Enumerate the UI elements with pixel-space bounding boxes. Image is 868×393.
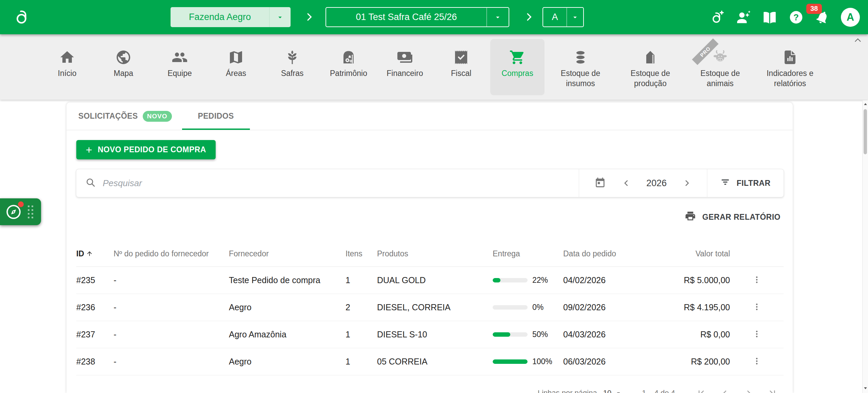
column-header-supplier-order[interactable]: Nº do pedido do fornecedor (114, 249, 229, 258)
row-actions-kebab-icon[interactable] (750, 355, 763, 369)
farm-selector-label: Fazenda Aegro (171, 7, 269, 27)
assistant-icon[interactable] (735, 9, 751, 25)
filter-icon (720, 177, 730, 189)
previous-page-button[interactable] (720, 388, 730, 393)
people-icon (172, 39, 188, 68)
column-header-supplier[interactable]: Fornecedor (229, 249, 346, 258)
plot-selector[interactable]: A (542, 7, 584, 27)
delivery-percent: 100% (532, 357, 552, 366)
cell-delivery: 22% (493, 276, 563, 285)
column-header-products[interactable]: Produtos (377, 249, 493, 258)
nav-item-indicadores[interactable]: Indicadores e relatórios (756, 39, 824, 95)
column-header-items[interactable]: Itens (346, 249, 377, 258)
aegro-add-icon[interactable] (709, 9, 725, 25)
previous-year-button[interactable] (622, 178, 631, 188)
search-box (76, 169, 579, 197)
calendar-icon[interactable] (594, 177, 606, 190)
tab-solicitacoes[interactable]: SOLICITAÇÕES NOVO (77, 102, 173, 130)
scrollbar-thumb[interactable] (864, 109, 867, 154)
cell-order-date: 09/02/2026 (563, 302, 651, 312)
chevron-down-icon[interactable] (487, 8, 509, 26)
row-actions-kebab-icon[interactable] (750, 300, 763, 314)
delivery-percent: 50% (532, 330, 548, 339)
generate-report-button[interactable]: GERAR RELATÓRIO (685, 210, 781, 224)
nav-item-estoque-producao[interactable]: Estoque de produção (616, 39, 684, 95)
harvest-selector[interactable]: 01 Test Safra Café 25/26 (326, 7, 509, 27)
delivery-progress-bar (493, 332, 528, 337)
cell-items: 1 (346, 357, 377, 367)
collapse-nav-chevron-icon[interactable] (853, 36, 863, 45)
compass-icon[interactable] (5, 204, 22, 220)
delivery-percent: 0% (532, 303, 544, 312)
column-header-id[interactable]: ID (76, 249, 114, 258)
table-row[interactable]: #236 - Aegro 2 DIESEL, CORREIA 0% 09/02/… (76, 294, 784, 321)
search-icon (85, 177, 96, 189)
next-year-button[interactable] (682, 178, 692, 188)
nav-item-mapa[interactable]: Mapa (96, 39, 151, 95)
tab-pedidos[interactable]: PEDIDOS (182, 102, 250, 130)
vertical-scrollbar[interactable] (862, 100, 868, 393)
cell-total: R$ 4.195,00 (651, 302, 730, 312)
nav-item-safras[interactable]: Safras (265, 39, 319, 95)
nav-item-financeiro[interactable]: Financeiro (378, 39, 432, 95)
filter-button[interactable]: FILTRAR (707, 169, 784, 197)
report-chart-icon (782, 39, 798, 68)
delivery-progress-bar (493, 305, 528, 310)
row-actions-kebab-icon[interactable] (750, 328, 763, 341)
cell-order-date: 04/02/2026 (563, 275, 651, 285)
farm-selector[interactable]: Fazenda Aegro (171, 7, 291, 27)
scroll-down-arrow-icon[interactable] (863, 386, 868, 392)
scroll-up-arrow-icon[interactable] (863, 102, 868, 108)
orders-table: ID Nº do pedido do fornecedor Fornecedor… (76, 241, 784, 375)
silo-tractor-icon (340, 39, 357, 68)
new-purchase-order-button[interactable]: + NOVO PEDIDO DE COMPRA (76, 140, 216, 159)
help-icon[interactable]: ? (788, 9, 804, 25)
table-row[interactable]: #235 - Teste Pedido de compra 1 DUAL GOL… (76, 267, 784, 294)
row-actions-kebab-icon[interactable] (750, 273, 763, 287)
rows-per-page-dropdown-icon[interactable] (615, 389, 622, 393)
pagination-buttons (696, 388, 777, 393)
guide-book-icon[interactable] (762, 9, 778, 25)
column-header-id-label: ID (76, 249, 84, 258)
column-header-order-date[interactable]: Data do pedido (563, 249, 651, 258)
table-row[interactable]: #237 - Agro Amazônia 1 DIESEL S-10 50% 0… (76, 321, 784, 348)
chevron-down-icon[interactable] (567, 8, 583, 26)
nav-item-estoque-insumos[interactable]: Estoque de insumos (547, 39, 614, 95)
column-header-delivery[interactable]: Entrega (493, 249, 563, 258)
cell-products: 05 CORREIA (377, 357, 493, 367)
filter-toolbar: 2026 FILTRAR (76, 169, 784, 197)
nav-label: Estoque de animais (694, 68, 746, 89)
cell-id: #235 (76, 275, 114, 285)
user-avatar[interactable]: A (841, 8, 860, 27)
cell-id: #238 (76, 357, 114, 367)
nav-item-estoque-animais[interactable]: PRO Estoque de animais (686, 39, 754, 95)
nav-item-fiscal[interactable]: Fiscal (434, 39, 488, 95)
nav-item-compras[interactable]: Compras (490, 39, 545, 95)
first-page-button[interactable] (696, 388, 706, 393)
floating-assistant-widget[interactable] (0, 198, 41, 225)
search-input[interactable] (103, 178, 579, 189)
delivery-progress-bar (493, 278, 528, 282)
cell-total: R$ 5.000,00 (651, 275, 730, 285)
cell-order-date: 04/03/2026 (563, 330, 651, 339)
nav-item-equipe[interactable]: Equipe (153, 39, 207, 95)
notifications-bell-icon[interactable]: 38 (814, 9, 831, 25)
table-row[interactable]: #238 - Aegro 1 05 CORREIA 100% 06/03/202… (76, 348, 784, 375)
nav-label: Início (58, 68, 77, 78)
drag-handle-icon[interactable] (28, 205, 33, 218)
rows-per-page-value[interactable]: 10 (603, 389, 611, 393)
year-value: 2026 (646, 178, 667, 189)
chevron-down-icon[interactable] (270, 7, 291, 27)
nav-item-patrimonio[interactable]: Patrimônio (321, 39, 376, 95)
next-page-button[interactable] (744, 388, 754, 393)
last-page-button[interactable] (767, 388, 777, 393)
nav-item-inicio[interactable]: Início (40, 39, 94, 95)
column-header-total[interactable]: Valor total (651, 249, 730, 258)
receipt-check-icon (453, 39, 469, 68)
cell-supplier-order: - (114, 330, 229, 339)
nav-item-areas[interactable]: Áreas (209, 39, 263, 95)
module-nav-items: Início Mapa Equipe Áreas (0, 34, 868, 95)
home-icon (59, 39, 75, 68)
aegro-logo-icon (12, 8, 30, 27)
stacked-coins-icon (572, 39, 589, 68)
